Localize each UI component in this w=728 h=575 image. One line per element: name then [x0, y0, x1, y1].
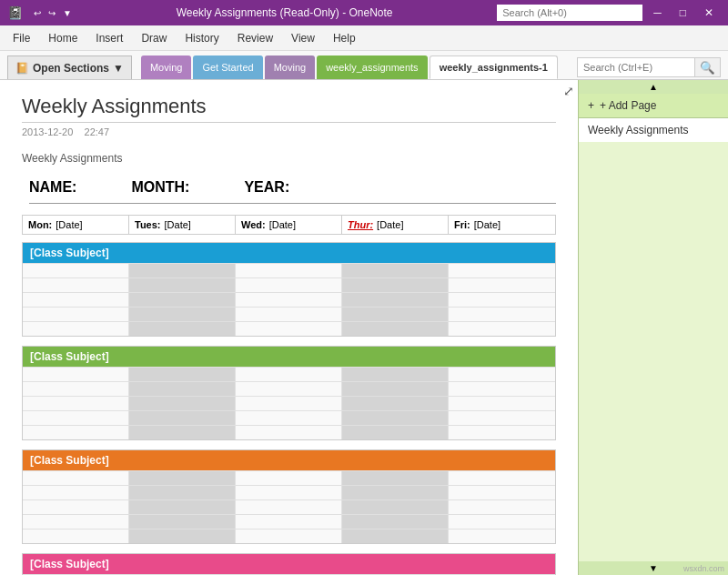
cell[interactable] [449, 264, 555, 277]
tab-get-started[interactable]: Get Started [193, 55, 262, 79]
cell[interactable] [129, 293, 236, 307]
cell[interactable] [23, 293, 129, 307]
cell[interactable] [23, 264, 129, 277]
cell[interactable] [236, 530, 342, 543]
menu-view[interactable]: View [282, 28, 324, 48]
menu-history[interactable]: History [176, 28, 228, 48]
cell[interactable] [342, 500, 449, 514]
cell[interactable] [342, 530, 449, 543]
cell[interactable] [23, 411, 129, 425]
cell[interactable] [129, 308, 236, 321]
menu-home[interactable]: Home [39, 28, 86, 48]
add-page-button[interactable]: + + Add Page [579, 94, 728, 118]
cell[interactable] [236, 500, 342, 514]
cell[interactable] [129, 368, 236, 381]
minimize-button[interactable]: ─ [646, 5, 669, 21]
tab-weekly-assignments-1[interactable]: weekly_assignments-1 [430, 55, 558, 79]
cell[interactable] [342, 264, 449, 277]
cell[interactable] [23, 515, 129, 529]
open-sections-button[interactable]: 📔 Open Sections ▼ [7, 55, 132, 79]
menu-file[interactable]: File [4, 28, 39, 48]
cell[interactable] [449, 515, 555, 529]
close-button[interactable]: ✕ [697, 5, 721, 21]
tabs-search-button[interactable]: 🔍 [695, 57, 721, 77]
cell[interactable] [236, 397, 342, 410]
cell[interactable] [129, 515, 236, 529]
cell[interactable] [23, 382, 129, 396]
cell[interactable] [236, 308, 342, 321]
cell[interactable] [449, 426, 555, 439]
cell[interactable] [236, 382, 342, 396]
cell[interactable] [342, 411, 449, 425]
cell[interactable] [449, 278, 555, 292]
cell[interactable] [342, 368, 449, 381]
cell[interactable] [449, 471, 555, 485]
cell[interactable] [129, 264, 236, 277]
cell[interactable] [23, 471, 129, 485]
cell[interactable] [23, 322, 129, 336]
tab-weekly-assignments[interactable]: weekly_assignments [317, 55, 428, 79]
sidebar-scroll-up[interactable]: ▲ [579, 80, 728, 94]
cell[interactable] [449, 397, 555, 410]
cell[interactable] [342, 278, 449, 292]
cell[interactable] [449, 530, 555, 543]
cell[interactable] [342, 397, 449, 410]
cell[interactable] [449, 500, 555, 514]
cell[interactable] [23, 486, 129, 499]
cell[interactable] [129, 486, 236, 499]
cell[interactable] [236, 293, 342, 307]
cell[interactable] [449, 308, 555, 321]
quick-access-redo[interactable]: ↪ [48, 8, 56, 18]
title-search-input[interactable] [497, 5, 642, 21]
menu-insert[interactable]: Insert [86, 28, 132, 48]
cell[interactable] [129, 397, 236, 410]
page-list-item[interactable]: Weekly Assignments [579, 118, 728, 142]
cell[interactable] [23, 308, 129, 321]
tabs-search-input[interactable] [577, 57, 695, 77]
cell[interactable] [236, 411, 342, 425]
maximize-button[interactable]: □ [672, 5, 693, 21]
cell[interactable] [449, 382, 555, 396]
cell[interactable] [129, 471, 236, 485]
tab-moving-1[interactable]: Moving [141, 55, 191, 79]
cell[interactable] [449, 368, 555, 381]
cell[interactable] [129, 411, 236, 425]
cell[interactable] [23, 500, 129, 514]
cell[interactable] [449, 322, 555, 336]
cell[interactable] [449, 293, 555, 307]
menu-draw[interactable]: Draw [132, 28, 176, 48]
cell[interactable] [342, 426, 449, 439]
quick-access-undo[interactable]: ↩ [34, 8, 41, 18]
cell[interactable] [449, 486, 555, 499]
cell[interactable] [23, 426, 129, 439]
menu-help[interactable]: Help [324, 28, 365, 48]
cell[interactable] [342, 322, 449, 336]
cell[interactable] [342, 471, 449, 485]
cell[interactable] [342, 308, 449, 321]
cell[interactable] [129, 278, 236, 292]
cell[interactable] [236, 426, 342, 439]
cell[interactable] [23, 530, 129, 543]
cell[interactable] [23, 368, 129, 381]
cell[interactable] [236, 471, 342, 485]
cell[interactable] [236, 486, 342, 499]
cell[interactable] [236, 322, 342, 336]
cell[interactable] [23, 278, 129, 292]
quick-access-dropdown[interactable]: ▼ [63, 8, 72, 18]
cell[interactable] [236, 515, 342, 529]
cell[interactable] [449, 411, 555, 425]
cell[interactable] [129, 500, 236, 514]
cell[interactable] [342, 382, 449, 396]
cell[interactable] [236, 264, 342, 277]
cell[interactable] [236, 368, 342, 381]
cell[interactable] [342, 515, 449, 529]
cell[interactable] [129, 322, 236, 336]
cell[interactable] [342, 293, 449, 307]
cell[interactable] [342, 486, 449, 499]
cell[interactable] [236, 278, 342, 292]
menu-review[interactable]: Review [228, 28, 282, 48]
cell[interactable] [129, 530, 236, 543]
cell[interactable] [129, 382, 236, 396]
cell[interactable] [129, 426, 236, 439]
cell[interactable] [23, 397, 129, 410]
